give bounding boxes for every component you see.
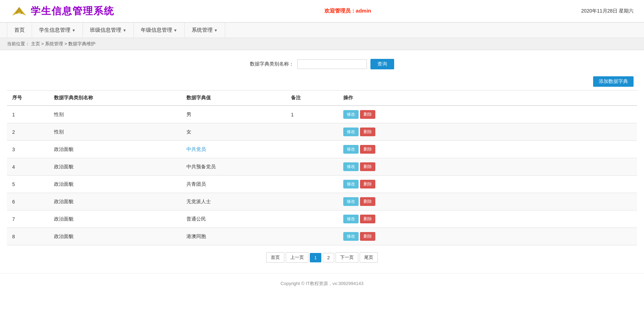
nav-grade-label: 年级信息管理 bbox=[141, 27, 172, 33]
chevron-down-icon: ▼ bbox=[174, 28, 177, 32]
table-row: 4政治面貌中共预备党员修改删除 bbox=[7, 158, 637, 176]
col-remark: 备注 bbox=[286, 91, 338, 106]
cell-value: 中共党员 bbox=[181, 141, 286, 158]
table-container: 序号 数据字典类别名称 数据字典值 备注 操作 1性别男1修改删除2性别女修改删… bbox=[0, 90, 644, 245]
cell-category: 性别 bbox=[49, 123, 181, 141]
delete-button[interactable]: 删除 bbox=[360, 197, 375, 206]
edit-button[interactable]: 修改 bbox=[343, 197, 359, 206]
cell-remark bbox=[286, 158, 338, 176]
col-action: 操作 bbox=[338, 91, 637, 106]
page-last[interactable]: 尾页 bbox=[360, 252, 378, 263]
cell-category: 政治面貌 bbox=[49, 158, 181, 176]
cell-remark bbox=[286, 176, 338, 193]
cell-value: 无党派人士 bbox=[181, 193, 286, 210]
search-area: 数据字典类别名称： 查询 bbox=[0, 52, 644, 76]
cell-id: 4 bbox=[7, 158, 49, 176]
delete-button[interactable]: 删除 bbox=[360, 215, 375, 223]
edit-button[interactable]: 修改 bbox=[343, 215, 359, 223]
edit-button[interactable]: 修改 bbox=[343, 110, 359, 119]
chevron-down-icon: ▼ bbox=[72, 28, 76, 32]
data-table: 序号 数据字典类别名称 数据字典值 备注 操作 1性别男1修改删除2性别女修改删… bbox=[7, 90, 637, 245]
cell-value: 中共预备党员 bbox=[181, 158, 286, 176]
nav-home-label: 首页 bbox=[14, 27, 25, 33]
svg-text:M: M bbox=[17, 9, 22, 15]
nav-home[interactable]: 首页 bbox=[7, 23, 32, 38]
nav-class[interactable]: 班级信息管理 ▼ bbox=[83, 23, 134, 38]
cell-category: 政治面貌 bbox=[49, 210, 181, 228]
cell-action: 修改删除 bbox=[338, 176, 637, 193]
table-row: 7政治面貌普通公民修改删除 bbox=[7, 210, 637, 228]
cell-action: 修改删除 bbox=[338, 123, 637, 141]
nav-class-label: 班级信息管理 bbox=[90, 27, 121, 33]
edit-button[interactable]: 修改 bbox=[343, 180, 359, 188]
cell-value: 共青团员 bbox=[181, 176, 286, 193]
page-next[interactable]: 下一页 bbox=[336, 252, 358, 263]
table-row: 2性别女修改删除 bbox=[7, 123, 637, 141]
add-button-area: 添加数据字典 bbox=[0, 76, 644, 90]
cell-id: 2 bbox=[7, 123, 49, 141]
nav-grade[interactable]: 年级信息管理 ▼ bbox=[134, 23, 185, 38]
cell-category: 政治面貌 bbox=[49, 193, 181, 210]
cell-remark bbox=[286, 228, 338, 245]
edit-button[interactable]: 修改 bbox=[343, 145, 359, 154]
cell-remark bbox=[286, 210, 338, 228]
col-category: 数据字典类别名称 bbox=[49, 91, 181, 106]
nav-student[interactable]: 学生信息管理 ▼ bbox=[32, 23, 83, 38]
delete-button[interactable]: 删除 bbox=[360, 180, 375, 188]
cell-remark bbox=[286, 193, 338, 210]
nav-system-label: 系统管理 bbox=[192, 27, 213, 33]
edit-button[interactable]: 修改 bbox=[343, 162, 359, 171]
cell-action: 修改删除 bbox=[338, 141, 637, 158]
table-row: 8政治面貌港澳同胞修改删除 bbox=[7, 228, 637, 245]
edit-button[interactable]: 修改 bbox=[343, 128, 359, 136]
table-row: 3政治面貌中共党员修改删除 bbox=[7, 141, 637, 158]
page-first[interactable]: 首页 bbox=[266, 252, 284, 263]
edit-button[interactable]: 修改 bbox=[343, 232, 359, 241]
header: M 学生信息管理系统 欢迎管理员：admin 2020年11月28日 星期六 bbox=[0, 0, 644, 22]
cell-value: 女 bbox=[181, 123, 286, 141]
search-label: 数据字典类别名称： bbox=[250, 61, 294, 67]
cell-category: 性别 bbox=[49, 106, 181, 123]
table-row: 6政治面貌无党派人士修改删除 bbox=[7, 193, 637, 210]
cell-action: 修改删除 bbox=[338, 210, 637, 228]
table-row: 1性别男1修改删除 bbox=[7, 106, 637, 123]
page-prev[interactable]: 上一页 bbox=[286, 252, 308, 263]
page-1[interactable]: 1 bbox=[310, 253, 321, 262]
username: admin bbox=[356, 8, 371, 14]
page-2[interactable]: 2 bbox=[323, 253, 334, 262]
navbar: 首页 学生信息管理 ▼ 班级信息管理 ▼ 年级信息管理 ▼ 系统管理 ▼ bbox=[0, 22, 644, 38]
nav-system[interactable]: 系统管理 ▼ bbox=[185, 23, 225, 38]
cell-value: 港澳同胞 bbox=[181, 228, 286, 245]
cell-value: 男 bbox=[181, 106, 286, 123]
delete-button[interactable]: 删除 bbox=[360, 162, 375, 171]
logo-area: M 学生信息管理系统 bbox=[10, 3, 114, 18]
delete-button[interactable]: 删除 bbox=[360, 128, 375, 136]
cell-remark bbox=[286, 141, 338, 158]
col-id: 序号 bbox=[7, 91, 49, 106]
cell-category: 政治面貌 bbox=[49, 141, 181, 158]
cell-remark: 1 bbox=[286, 106, 338, 123]
logo-text: 学生信息管理系统 bbox=[31, 5, 114, 18]
chevron-down-icon: ▼ bbox=[214, 28, 218, 32]
add-dict-button[interactable]: 添加数据字典 bbox=[593, 76, 634, 87]
cell-id: 5 bbox=[7, 176, 49, 193]
cell-id: 1 bbox=[7, 106, 49, 123]
footer: Copyright © IT教程资源，vx:3092994143 bbox=[0, 273, 644, 294]
cell-action: 修改删除 bbox=[338, 193, 637, 210]
search-input[interactable] bbox=[297, 59, 367, 69]
table-header-row: 序号 数据字典类别名称 数据字典值 备注 操作 bbox=[7, 91, 637, 106]
breadcrumb: 当前位置： 主页 > 系统管理 > 数据字典维护 bbox=[0, 38, 644, 50]
table-row: 5政治面貌共青团员修改删除 bbox=[7, 176, 637, 193]
delete-button[interactable]: 删除 bbox=[360, 145, 375, 154]
cell-value: 普通公民 bbox=[181, 210, 286, 228]
col-value: 数据字典值 bbox=[181, 91, 286, 106]
search-button[interactable]: 查询 bbox=[370, 59, 394, 69]
header-date: 2020年11月28日 星期六 bbox=[581, 8, 634, 14]
delete-button[interactable]: 删除 bbox=[360, 110, 375, 119]
delete-button[interactable]: 删除 bbox=[360, 232, 375, 241]
cell-action: 修改删除 bbox=[338, 158, 637, 176]
cell-category: 政治面貌 bbox=[49, 176, 181, 193]
logo-icon: M bbox=[10, 3, 28, 18]
cell-remark bbox=[286, 123, 338, 141]
nav-student-label: 学生信息管理 bbox=[39, 27, 70, 33]
